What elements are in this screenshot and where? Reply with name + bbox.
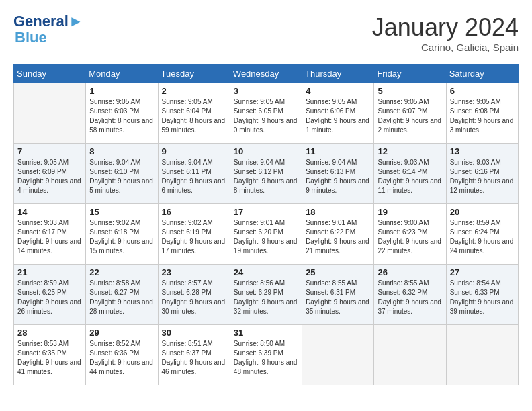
day-info: Sunrise: 9:05 AM Sunset: 6:09 PM Dayligh…: [17, 158, 82, 195]
day-number: 13: [450, 146, 515, 156]
calendar-cell: 24 Sunrise: 8:56 AM Sunset: 6:29 PM Dayl…: [230, 265, 302, 325]
calendar-cell: [14, 83, 86, 144]
day-number: 4: [306, 86, 370, 96]
day-number: 3: [234, 86, 298, 96]
day-info: Sunrise: 8:55 AM Sunset: 6:32 PM Dayligh…: [378, 279, 442, 316]
calendar-cell: 26 Sunrise: 8:55 AM Sunset: 6:32 PM Dayl…: [374, 265, 446, 325]
day-info: Sunrise: 9:05 AM Sunset: 6:05 PM Dayligh…: [234, 97, 298, 135]
weekday-header: Saturday: [446, 64, 518, 83]
calendar-cell: 1 Sunrise: 9:05 AM Sunset: 6:03 PM Dayli…: [86, 83, 158, 144]
calendar-cell: 22 Sunrise: 8:58 AM Sunset: 6:27 PM Dayl…: [86, 265, 158, 325]
day-number: 19: [378, 207, 442, 217]
calendar-cell: 17 Sunrise: 9:01 AM Sunset: 6:20 PM Dayl…: [230, 204, 302, 265]
weekday-header: Thursday: [302, 64, 374, 83]
day-number: 22: [89, 267, 154, 277]
day-info: Sunrise: 9:05 AM Sunset: 6:08 PM Dayligh…: [450, 97, 515, 135]
calendar-week-row: 28 Sunrise: 8:53 AM Sunset: 6:35 PM Dayl…: [14, 325, 519, 385]
day-info: Sunrise: 8:51 AM Sunset: 6:37 PM Dayligh…: [162, 339, 226, 377]
day-info: Sunrise: 9:04 AM Sunset: 6:12 PM Dayligh…: [234, 158, 298, 195]
day-info: Sunrise: 8:53 AM Sunset: 6:35 PM Dayligh…: [17, 339, 82, 377]
calendar-cell: 23 Sunrise: 8:57 AM Sunset: 6:28 PM Dayl…: [158, 265, 230, 325]
day-number: 21: [17, 267, 82, 277]
calendar-cell: 29 Sunrise: 8:52 AM Sunset: 6:36 PM Dayl…: [86, 325, 158, 385]
calendar-week-row: 7 Sunrise: 9:05 AM Sunset: 6:09 PM Dayli…: [14, 144, 519, 204]
day-number: 24: [234, 267, 298, 277]
day-number: 12: [378, 146, 442, 156]
day-number: 8: [89, 146, 154, 156]
calendar-cell: 31 Sunrise: 8:50 AM Sunset: 6:39 PM Dayl…: [230, 325, 302, 385]
weekday-header: Tuesday: [158, 64, 230, 83]
day-number: 27: [450, 267, 515, 277]
day-info: Sunrise: 8:55 AM Sunset: 6:31 PM Dayligh…: [306, 279, 370, 316]
day-number: 23: [162, 267, 226, 277]
weekday-header: Friday: [374, 64, 446, 83]
day-info: Sunrise: 9:05 AM Sunset: 6:07 PM Dayligh…: [378, 97, 442, 135]
day-info: Sunrise: 8:52 AM Sunset: 6:36 PM Dayligh…: [89, 339, 154, 377]
logo: General► Blue: [13, 13, 83, 46]
calendar-cell: 21 Sunrise: 8:59 AM Sunset: 6:25 PM Dayl…: [14, 265, 86, 325]
day-info: Sunrise: 8:50 AM Sunset: 6:39 PM Dayligh…: [234, 339, 298, 377]
calendar-cell: 16 Sunrise: 9:02 AM Sunset: 6:19 PM Dayl…: [158, 204, 230, 265]
day-number: 7: [17, 146, 82, 156]
day-info: Sunrise: 9:02 AM Sunset: 6:18 PM Dayligh…: [89, 218, 154, 256]
day-number: 11: [306, 146, 370, 156]
day-info: Sunrise: 9:03 AM Sunset: 6:14 PM Dayligh…: [378, 158, 442, 195]
day-info: Sunrise: 9:01 AM Sunset: 6:22 PM Dayligh…: [306, 218, 370, 256]
weekday-header-row: SundayMondayTuesdayWednesdayThursdayFrid…: [14, 64, 519, 83]
day-info: Sunrise: 9:03 AM Sunset: 6:16 PM Dayligh…: [450, 158, 515, 195]
day-info: Sunrise: 9:05 AM Sunset: 6:06 PM Dayligh…: [306, 97, 370, 135]
weekday-header: Sunday: [14, 64, 86, 83]
calendar-week-row: 14 Sunrise: 9:03 AM Sunset: 6:17 PM Dayl…: [14, 204, 519, 265]
calendar-table: SundayMondayTuesdayWednesdayThursdayFrid…: [13, 64, 519, 385]
weekday-header: Wednesday: [230, 64, 302, 83]
day-info: Sunrise: 8:57 AM Sunset: 6:28 PM Dayligh…: [162, 279, 226, 316]
day-info: Sunrise: 8:59 AM Sunset: 6:24 PM Dayligh…: [450, 218, 515, 256]
calendar-cell: 27 Sunrise: 8:54 AM Sunset: 6:33 PM Dayl…: [446, 265, 518, 325]
day-number: 10: [234, 146, 298, 156]
logo-text: General►: [13, 13, 83, 30]
day-number: 30: [162, 328, 226, 338]
day-info: Sunrise: 9:04 AM Sunset: 6:13 PM Dayligh…: [306, 158, 370, 195]
logo-blue: Blue: [15, 30, 83, 46]
calendar-cell: [446, 325, 518, 385]
day-info: Sunrise: 8:58 AM Sunset: 6:27 PM Dayligh…: [89, 279, 154, 316]
calendar-cell: 18 Sunrise: 9:01 AM Sunset: 6:22 PM Dayl…: [302, 204, 374, 265]
title-block: January 2024 Carino, Galicia, Spain: [372, 13, 519, 53]
calendar-cell: 30 Sunrise: 8:51 AM Sunset: 6:37 PM Dayl…: [158, 325, 230, 385]
calendar-cell: 19 Sunrise: 9:00 AM Sunset: 6:23 PM Dayl…: [374, 204, 446, 265]
calendar-cell: 28 Sunrise: 8:53 AM Sunset: 6:35 PM Dayl…: [14, 325, 86, 385]
calendar-cell: 2 Sunrise: 9:05 AM Sunset: 6:04 PM Dayli…: [158, 83, 230, 144]
day-number: 26: [378, 267, 442, 277]
location-subtitle: Carino, Galicia, Spain: [372, 42, 519, 53]
calendar-week-row: 21 Sunrise: 8:59 AM Sunset: 6:25 PM Dayl…: [14, 265, 519, 325]
day-number: 2: [162, 86, 226, 96]
calendar-cell: 7 Sunrise: 9:05 AM Sunset: 6:09 PM Dayli…: [14, 144, 86, 204]
day-info: Sunrise: 9:05 AM Sunset: 6:03 PM Dayligh…: [89, 97, 154, 135]
day-info: Sunrise: 9:04 AM Sunset: 6:10 PM Dayligh…: [89, 158, 154, 195]
month-title: January 2024: [372, 13, 519, 42]
day-info: Sunrise: 9:02 AM Sunset: 6:19 PM Dayligh…: [162, 218, 226, 256]
day-number: 5: [378, 86, 442, 96]
day-number: 9: [162, 146, 226, 156]
day-number: 16: [162, 207, 226, 217]
day-number: 18: [306, 207, 370, 217]
calendar-cell: 25 Sunrise: 8:55 AM Sunset: 6:31 PM Dayl…: [302, 265, 374, 325]
day-info: Sunrise: 9:05 AM Sunset: 6:04 PM Dayligh…: [162, 97, 226, 135]
calendar-cell: 15 Sunrise: 9:02 AM Sunset: 6:18 PM Dayl…: [86, 204, 158, 265]
day-number: 14: [17, 207, 82, 217]
day-number: 25: [306, 267, 370, 277]
day-number: 17: [234, 207, 298, 217]
calendar-cell: 13 Sunrise: 9:03 AM Sunset: 6:16 PM Dayl…: [446, 144, 518, 204]
day-info: Sunrise: 9:03 AM Sunset: 6:17 PM Dayligh…: [17, 218, 82, 256]
day-info: Sunrise: 8:56 AM Sunset: 6:29 PM Dayligh…: [234, 279, 298, 316]
calendar-cell: 14 Sunrise: 9:03 AM Sunset: 6:17 PM Dayl…: [14, 204, 86, 265]
day-number: 29: [89, 328, 154, 338]
calendar-cell: 6 Sunrise: 9:05 AM Sunset: 6:08 PM Dayli…: [446, 83, 518, 144]
day-info: Sunrise: 8:54 AM Sunset: 6:33 PM Dayligh…: [450, 279, 515, 316]
day-number: 20: [450, 207, 515, 217]
calendar-cell: 5 Sunrise: 9:05 AM Sunset: 6:07 PM Dayli…: [374, 83, 446, 144]
day-info: Sunrise: 8:59 AM Sunset: 6:25 PM Dayligh…: [17, 279, 82, 316]
calendar-cell: 8 Sunrise: 9:04 AM Sunset: 6:10 PM Dayli…: [86, 144, 158, 204]
calendar-cell: 4 Sunrise: 9:05 AM Sunset: 6:06 PM Dayli…: [302, 83, 374, 144]
calendar-cell: [374, 325, 446, 385]
